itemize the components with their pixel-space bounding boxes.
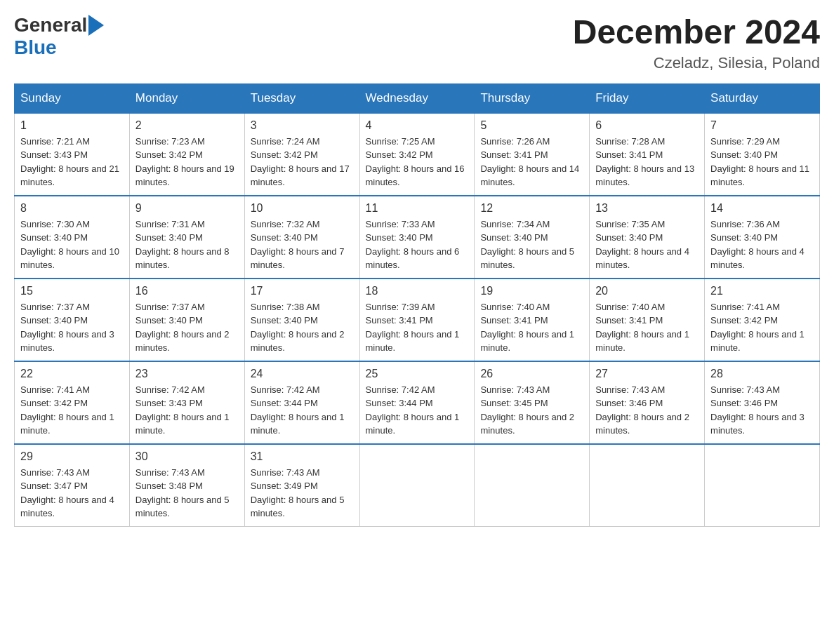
sunset-label: Sunset: 3:48 PM <box>135 481 203 491</box>
sunrise-label: Sunrise: 7:21 AM <box>20 136 90 147</box>
day-number: 4 <box>366 119 469 132</box>
daylight-label: Daylight: 8 hours and 1 minute. <box>135 412 230 436</box>
daylight-label: Daylight: 8 hours and 1 minute. <box>710 329 805 354</box>
sunrise-label: Sunrise: 7:43 AM <box>480 384 550 395</box>
day-number: 25 <box>366 368 469 380</box>
day-info: Sunrise: 7:28 AM Sunset: 3:41 PM Dayligh… <box>595 135 699 189</box>
table-row: 9 Sunrise: 7:31 AM Sunset: 3:40 PM Dayli… <box>129 196 244 279</box>
sunrise-label: Sunrise: 7:32 AM <box>251 219 320 229</box>
daylight-label: Daylight: 8 hours and 2 minutes. <box>595 412 689 436</box>
sunrise-label: Sunrise: 7:42 AM <box>135 384 205 395</box>
day-info: Sunrise: 7:25 AM Sunset: 3:42 PM Dayligh… <box>366 135 469 189</box>
col-tuesday: Tuesday <box>244 83 359 113</box>
sunset-label: Sunset: 3:41 PM <box>595 315 663 326</box>
day-number: 2 <box>135 119 239 132</box>
daylight-label: Daylight: 8 hours and 14 minutes. <box>480 163 579 188</box>
day-number: 23 <box>135 368 239 380</box>
sunrise-label: Sunrise: 7:42 AM <box>366 384 435 395</box>
table-row: 5 Sunrise: 7:26 AM Sunset: 3:41 PM Dayli… <box>475 113 590 196</box>
sunset-label: Sunset: 3:44 PM <box>251 398 318 408</box>
logo-general-text: General <box>14 14 87 36</box>
table-row: 17 Sunrise: 7:38 AM Sunset: 3:40 PM Dayl… <box>244 279 359 361</box>
day-number: 29 <box>20 450 124 463</box>
day-number: 27 <box>595 368 699 380</box>
day-number: 12 <box>480 202 583 215</box>
sunrise-label: Sunrise: 7:23 AM <box>135 136 205 147</box>
day-info: Sunrise: 7:42 AM Sunset: 3:43 PM Dayligh… <box>135 383 239 438</box>
day-info: Sunrise: 7:36 AM Sunset: 3:40 PM Dayligh… <box>710 217 814 272</box>
day-info: Sunrise: 7:40 AM Sunset: 3:41 PM Dayligh… <box>595 300 699 355</box>
daylight-label: Daylight: 8 hours and 16 minutes. <box>366 163 465 188</box>
sunrise-label: Sunrise: 7:37 AM <box>20 302 90 312</box>
sunrise-label: Sunrise: 7:43 AM <box>20 467 90 478</box>
table-row: 4 Sunrise: 7:25 AM Sunset: 3:42 PM Dayli… <box>359 113 475 196</box>
location-title: Czeladz, Silesia, Poland <box>573 54 820 72</box>
calendar-week-4: 22 Sunrise: 7:41 AM Sunset: 3:42 PM Dayl… <box>15 361 820 444</box>
calendar-table: Sunday Monday Tuesday Wednesday Thursday… <box>14 83 820 527</box>
sunrise-label: Sunrise: 7:43 AM <box>135 467 205 478</box>
sunset-label: Sunset: 3:41 PM <box>366 315 433 326</box>
daylight-label: Daylight: 8 hours and 2 minutes. <box>135 329 230 354</box>
day-info: Sunrise: 7:40 AM Sunset: 3:41 PM Dayligh… <box>480 300 583 355</box>
daylight-label: Daylight: 8 hours and 19 minutes. <box>135 163 234 188</box>
day-info: Sunrise: 7:26 AM Sunset: 3:41 PM Dayligh… <box>480 135 583 189</box>
sunset-label: Sunset: 3:40 PM <box>366 232 433 243</box>
sunset-label: Sunset: 3:40 PM <box>595 232 663 243</box>
table-row <box>359 444 475 527</box>
day-number: 3 <box>251 119 354 132</box>
day-info: Sunrise: 7:34 AM Sunset: 3:40 PM Dayligh… <box>480 217 583 272</box>
day-info: Sunrise: 7:33 AM Sunset: 3:40 PM Dayligh… <box>366 217 469 272</box>
day-info: Sunrise: 7:43 AM Sunset: 3:46 PM Dayligh… <box>710 383 814 438</box>
table-row: 22 Sunrise: 7:41 AM Sunset: 3:42 PM Dayl… <box>15 361 130 444</box>
daylight-label: Daylight: 8 hours and 8 minutes. <box>135 246 230 271</box>
sunset-label: Sunset: 3:40 PM <box>251 315 318 326</box>
day-number: 26 <box>480 368 583 380</box>
day-info: Sunrise: 7:42 AM Sunset: 3:44 PM Dayligh… <box>251 383 354 438</box>
sunrise-label: Sunrise: 7:31 AM <box>135 219 205 229</box>
day-info: Sunrise: 7:37 AM Sunset: 3:40 PM Dayligh… <box>20 300 124 355</box>
day-number: 15 <box>20 285 124 297</box>
sunset-label: Sunset: 3:40 PM <box>20 315 88 326</box>
table-row: 6 Sunrise: 7:28 AM Sunset: 3:41 PM Dayli… <box>590 113 705 196</box>
day-number: 9 <box>135 202 239 215</box>
day-number: 11 <box>366 202 469 215</box>
table-row: 14 Sunrise: 7:36 AM Sunset: 3:40 PM Dayl… <box>705 196 820 279</box>
sunrise-label: Sunrise: 7:24 AM <box>251 136 320 147</box>
day-info: Sunrise: 7:41 AM Sunset: 3:42 PM Dayligh… <box>710 300 814 355</box>
day-info: Sunrise: 7:35 AM Sunset: 3:40 PM Dayligh… <box>595 217 699 272</box>
sunrise-label: Sunrise: 7:29 AM <box>710 136 780 147</box>
table-row: 8 Sunrise: 7:30 AM Sunset: 3:40 PM Dayli… <box>15 196 130 279</box>
daylight-label: Daylight: 8 hours and 1 minute. <box>20 412 114 436</box>
table-row <box>590 444 705 527</box>
table-row: 3 Sunrise: 7:24 AM Sunset: 3:42 PM Dayli… <box>244 113 359 196</box>
table-row <box>705 444 820 527</box>
day-number: 1 <box>20 119 124 132</box>
daylight-label: Daylight: 8 hours and 3 minutes. <box>710 412 805 436</box>
sunrise-label: Sunrise: 7:33 AM <box>366 219 435 229</box>
daylight-label: Daylight: 8 hours and 21 minutes. <box>20 163 119 188</box>
sunset-label: Sunset: 3:41 PM <box>595 149 663 160</box>
sunrise-label: Sunrise: 7:40 AM <box>595 302 665 312</box>
day-number: 8 <box>20 202 124 215</box>
daylight-label: Daylight: 8 hours and 4 minutes. <box>595 246 689 271</box>
table-row: 31 Sunrise: 7:43 AM Sunset: 3:49 PM Dayl… <box>244 444 359 527</box>
table-row: 29 Sunrise: 7:43 AM Sunset: 3:47 PM Dayl… <box>15 444 130 527</box>
month-title: December 2024 <box>573 14 820 51</box>
svg-marker-0 <box>88 15 104 36</box>
sunrise-label: Sunrise: 7:35 AM <box>595 219 665 229</box>
sunset-label: Sunset: 3:42 PM <box>710 315 778 326</box>
day-number: 24 <box>251 368 354 380</box>
table-row <box>475 444 590 527</box>
day-info: Sunrise: 7:43 AM Sunset: 3:46 PM Dayligh… <box>595 383 699 438</box>
table-row: 21 Sunrise: 7:41 AM Sunset: 3:42 PM Dayl… <box>705 279 820 361</box>
table-row: 24 Sunrise: 7:42 AM Sunset: 3:44 PM Dayl… <box>244 361 359 444</box>
daylight-label: Daylight: 8 hours and 1 minute. <box>366 329 460 354</box>
day-info: Sunrise: 7:21 AM Sunset: 3:43 PM Dayligh… <box>20 135 124 189</box>
sunset-label: Sunset: 3:42 PM <box>135 149 203 160</box>
sunset-label: Sunset: 3:43 PM <box>135 398 203 408</box>
calendar-week-1: 1 Sunrise: 7:21 AM Sunset: 3:43 PM Dayli… <box>15 113 820 196</box>
col-friday: Friday <box>590 83 705 113</box>
sunset-label: Sunset: 3:44 PM <box>366 398 433 408</box>
daylight-label: Daylight: 8 hours and 13 minutes. <box>595 163 694 188</box>
sunset-label: Sunset: 3:41 PM <box>480 149 548 160</box>
